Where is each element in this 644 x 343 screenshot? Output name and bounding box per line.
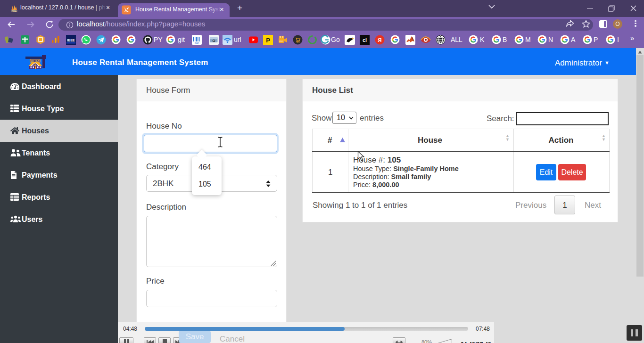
svg-text:OVC: OVC: [279, 40, 283, 42]
svg-text:FOR RENT: FOR RENT: [30, 60, 41, 62]
svg-text:PMA: PMA: [12, 10, 17, 12]
svg-text:[bar]: [bar]: [195, 42, 199, 44]
svg-text:IEEE: IEEE: [67, 39, 75, 42]
svg-text:cl: cl: [363, 37, 367, 43]
svg-text:P: P: [266, 37, 270, 44]
svg-text:Я: Я: [378, 37, 381, 43]
